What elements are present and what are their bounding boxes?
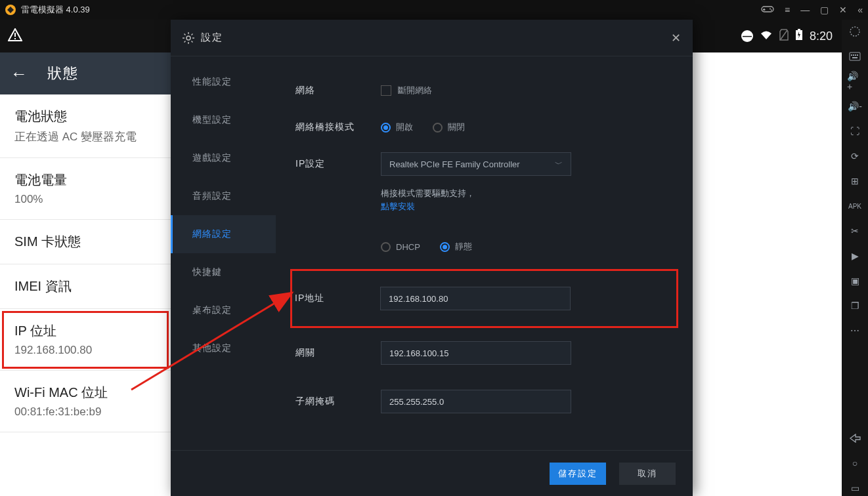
cancel-button[interactable]: 取消 (619, 463, 676, 485)
window-controls: ≡ — ▢ ✕ « (761, 5, 863, 16)
gamepad-icon[interactable] (761, 5, 774, 16)
radio-bridge-on[interactable] (381, 123, 391, 133)
status-panel: ← 狀態 電池狀態 正在透過 AC 變壓器充電 電池電量 100% SIM 卡狀… (0, 20, 171, 496)
modal-title: 設定 (201, 31, 223, 44)
side-audio[interactable]: 音頻設定 (171, 177, 276, 215)
adapter-value: Realtek PCIe FE Family Controller (389, 159, 520, 169)
app-title: 雷電模擬器 4.0.39 (21, 4, 90, 16)
side-wallpaper[interactable]: 桌布設定 (171, 291, 276, 329)
label-bridge-on: 開啟 (396, 121, 413, 133)
save-button[interactable]: 儲存設定 (550, 463, 606, 485)
svg-rect-5 (14, 33, 16, 37)
wifi-icon (760, 30, 773, 43)
label-gateway: 網關 (295, 347, 381, 359)
toolbar-sync-icon[interactable]: ⟳ (847, 148, 863, 164)
back-arrow-icon[interactable]: ← (11, 64, 28, 84)
gateway-input[interactable] (381, 341, 571, 365)
label-ip: IP地址 (295, 293, 380, 304)
toolbar-screenshot-icon[interactable]: ▣ (847, 273, 863, 289)
side-game[interactable]: 遊戲設定 (171, 139, 276, 177)
status-item-ip[interactable]: IP 位址 192.168.100.80 (0, 309, 171, 371)
dnd-icon: — (741, 30, 753, 42)
side-network[interactable]: 網絡設定 (171, 215, 276, 253)
status-panel-topbar (0, 20, 171, 52)
label-network: 網絡 (295, 85, 381, 96)
svg-line-7 (781, 30, 787, 39)
toolbar-apk-icon[interactable]: APK (847, 198, 863, 214)
side-other[interactable]: 其他設定 (171, 329, 276, 367)
close-icon[interactable]: ✕ (839, 5, 847, 15)
adapter-select[interactable]: Realtek PCIe FE Family Controller ﹀ (381, 152, 571, 176)
toolbar-add-icon[interactable]: ⊞ (847, 173, 863, 189)
label-dhcp: DHCP (396, 242, 420, 252)
maximize-icon[interactable]: ▢ (820, 5, 829, 15)
label-bridge-off: 關閉 (448, 121, 465, 133)
checkbox-disconnect[interactable] (381, 85, 391, 96)
app-titlebar: 雷電模擬器 4.0.39 ≡ — ▢ ✕ « (0, 0, 868, 20)
svg-rect-6 (14, 38, 16, 39)
svg-line-18 (192, 33, 193, 35)
toolbar-keyboard-icon[interactable] (847, 49, 863, 64)
svg-line-15 (184, 33, 186, 35)
modal-close-icon[interactable]: ✕ (671, 31, 681, 45)
label-bridge: 網絡橋接模式 (295, 121, 381, 133)
radio-static[interactable] (440, 242, 450, 252)
svg-point-4 (771, 9, 772, 10)
nav-back-icon[interactable] (847, 430, 863, 446)
svg-point-3 (770, 8, 771, 9)
warning-icon (8, 28, 22, 45)
no-sim-icon (779, 29, 789, 43)
toolbar-multi-icon[interactable]: ❐ (847, 298, 863, 314)
svg-rect-20 (850, 52, 860, 60)
side-model[interactable]: 機型設定 (171, 101, 276, 139)
toolbar-play-icon[interactable]: ▶ (847, 248, 863, 264)
ip-highlight-box: IP地址 (290, 269, 678, 328)
install-driver-link[interactable]: 點擊安裝 (381, 201, 475, 213)
nav-recent-icon[interactable]: ▭ (847, 480, 863, 496)
main-area: — 8:20 設定 ✕ 性能設定 機型設定 遊戲設定 音頻設定 網絡設定 (171, 20, 842, 496)
toolbar-more-icon[interactable]: ⋯ (847, 323, 863, 339)
emulator-toolbar: 🔊+ 🔊- ⛶ ⟳ ⊞ APK ✂ ▶ ▣ ❐ ⋯ ○ ▭ (842, 20, 868, 496)
svg-rect-23 (855, 54, 856, 56)
app-logo-icon (5, 5, 16, 15)
toolbar-fullscreen-icon[interactable]: ⛶ (847, 123, 863, 139)
svg-rect-25 (852, 57, 857, 58)
settings-sidebar: 性能設定 機型設定 遊戲設定 音頻設定 網絡設定 快捷鍵 桌布設定 其他設定 (171, 56, 276, 450)
clock: 8:20 (810, 30, 833, 43)
ip-input[interactable] (380, 287, 571, 310)
svg-line-16 (192, 41, 193, 42)
side-shortcuts[interactable]: 快捷鍵 (171, 253, 276, 291)
menu-icon[interactable]: ≡ (785, 5, 790, 15)
status-item-battery-state[interactable]: 電池狀態 正在透過 AC 變壓器充電 (0, 94, 171, 158)
nav-home-icon[interactable]: ○ (847, 455, 863, 471)
svg-rect-22 (853, 54, 854, 56)
toolbar-volup-icon[interactable]: 🔊+ (847, 73, 863, 89)
svg-point-19 (850, 27, 859, 36)
label-disconnect: 斷開網絡 (398, 85, 432, 96)
minimize-icon[interactable]: — (800, 5, 810, 15)
svg-rect-2 (763, 9, 766, 10)
svg-rect-24 (857, 54, 858, 56)
side-performance[interactable]: 性能設定 (171, 63, 276, 101)
toolbar-voldown-icon[interactable]: 🔊- (847, 98, 863, 114)
toolbar-cut-icon[interactable]: ✂ (847, 223, 863, 239)
svg-point-10 (186, 36, 190, 40)
status-item-mac[interactable]: Wi-Fi MAC 位址 00:81:fe:31:be:b9 (0, 371, 171, 432)
status-item-sim[interactable]: SIM 卡狀態 (0, 220, 171, 264)
status-header: ← 狀態 (0, 52, 171, 94)
toolbar-settings-icon[interactable] (847, 24, 863, 39)
gear-icon (183, 32, 194, 44)
svg-line-17 (184, 41, 186, 42)
label-mask: 子網掩碼 (295, 396, 381, 407)
label-static: 靜態 (455, 241, 472, 253)
status-title: 狀態 (47, 64, 79, 83)
status-item-battery-level[interactable]: 電池電量 100% (0, 158, 171, 220)
collapse-sidebar-icon[interactable]: « (857, 5, 863, 15)
battery-icon (795, 29, 803, 43)
svg-rect-9 (798, 29, 800, 30)
bridge-note: 橋接模式需要驅動支持， (381, 186, 475, 201)
radio-dhcp[interactable] (381, 242, 391, 252)
radio-bridge-off[interactable] (433, 123, 443, 133)
mask-input[interactable] (381, 390, 571, 413)
status-item-imei[interactable]: IMEI 資訊 (0, 264, 171, 309)
